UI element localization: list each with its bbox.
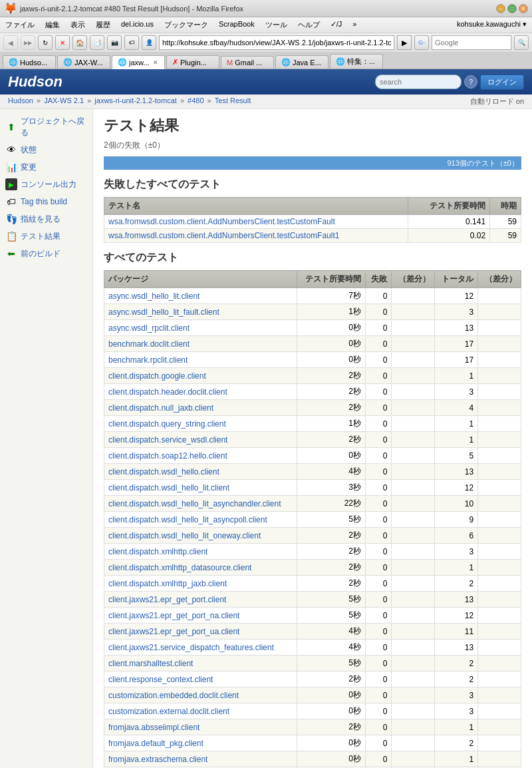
menu-checkmark[interactable]: ✓/J (328, 19, 345, 31)
pkg-link[interactable]: client.dispatch.soap12.hello.client (108, 451, 227, 461)
pkg-link[interactable]: client.dispatch.xmlhttp_datasource.clien… (108, 563, 251, 572)
subtitle: 2個の失敗（±0） (104, 140, 521, 151)
tab-label: Gmail ... (235, 59, 262, 67)
forward-button[interactable]: ▶▶ (21, 35, 35, 50)
pkg-tdiff (478, 400, 521, 416)
pkg-link[interactable]: client.dispatch.xmlhttp.client (108, 547, 207, 556)
tag-button[interactable]: 🏷 (124, 35, 139, 50)
help-button[interactable]: ? (464, 75, 477, 89)
menu-delicious[interactable]: del.icio.us (118, 19, 156, 31)
pkg-tdiff (478, 672, 521, 687)
search-go-button[interactable]: 🔍 (514, 35, 529, 50)
test-link[interactable]: wsa.fromwsdl.custom.client.AddNumbersCli… (108, 217, 335, 226)
pkg-link[interactable]: fromjava.absseiimpl.client (108, 723, 200, 732)
pkg-link[interactable]: customization.external.doclit.client (108, 707, 229, 716)
content-area: テスト結果 2個の失敗（±0） 913個のテスト（±0） 失敗したすべてのテスト… (93, 109, 532, 768)
pkg-link[interactable]: client.dispatch.header.doclit.client (108, 387, 227, 397)
tab-tokusei[interactable]: 🌐 特集：... (330, 54, 383, 69)
tab-close-icon[interactable]: ✕ (153, 59, 158, 66)
close-button[interactable]: ✕ (519, 4, 528, 13)
stop-button[interactable]: ✕ (55, 35, 70, 50)
sidebar-item-back[interactable]: ⬆ プロジェクトへ戻る (0, 113, 92, 141)
pkg-link[interactable]: client.dispatch.wsdl_hello_lit.client (108, 483, 229, 492)
back-button[interactable]: ◀ (3, 35, 18, 50)
minimize-button[interactable]: – (496, 4, 505, 13)
sidebar-link-fingerprint[interactable]: 指紋を見る (21, 214, 61, 225)
breadcrumb-unit[interactable]: jaxws-ri-unit-2.1.2-tomcat (94, 96, 176, 104)
reload-button[interactable]: ↻ (38, 35, 53, 50)
pkg-link[interactable]: client.jaxws21.epr_get_port_ua.client (108, 627, 239, 636)
menu-scrapbook[interactable]: ScrapBook (216, 19, 257, 31)
tab-gmail[interactable]: M Gmail ... (221, 56, 274, 69)
breadcrumb-jaxws[interactable]: JAX-WS 2.1 (44, 96, 84, 104)
breadcrumb-hudson[interactable]: Hudson (8, 96, 33, 104)
pkg-link[interactable]: customization.embedded.doclit.client (108, 691, 239, 700)
sidebar-link-back[interactable]: プロジェクトへ戻る (21, 116, 87, 138)
tab-jaxws[interactable]: 🌐 JAX-W... (57, 55, 110, 69)
sidebar-link-changes[interactable]: 変更 (21, 162, 37, 173)
pkg-link[interactable]: client.jaxws21.service_dispatch_features… (108, 643, 274, 652)
breadcrumb-build[interactable]: #480 (188, 96, 203, 104)
sidebar-link-testresult[interactable]: テスト結果 (21, 231, 61, 242)
menu-edit[interactable]: 編集 (43, 19, 63, 31)
pkg-link[interactable]: client.jaxws21.epr_get_port_na.client (108, 611, 239, 620)
pkg-link[interactable]: client.dispatch.wsdl_hello.client (108, 467, 219, 477)
tab-label: jaxw... (129, 59, 150, 67)
pkg-link[interactable]: client.dispatch.null_jaxb.client (108, 403, 213, 413)
pkg-link[interactable]: client.dispatch.service_wsdl.client (108, 435, 227, 445)
tab-java[interactable]: 🌐 Java E... (275, 55, 329, 69)
search-input[interactable] (432, 35, 511, 50)
pkg-link[interactable]: async.wsdl_hello_lit.client (108, 291, 200, 301)
screenshot-button[interactable]: 📷 (107, 35, 122, 50)
test-link[interactable]: wsa.fromwsdl.custom.client.AddNumbersCli… (108, 231, 339, 240)
sidebar-item-testresult[interactable]: 📋 テスト結果 (0, 228, 92, 245)
sidebar-item-status[interactable]: 👁 状態 (0, 141, 92, 158)
pkg-link[interactable]: client.dispatch.wsdl_hello_lit_asyncpoll… (108, 515, 267, 524)
pkg-link[interactable]: fromjava.extraschema.client (108, 755, 207, 764)
user-menu[interactable]: kohsuke.kawaguchi ▾ (454, 19, 529, 31)
go-button[interactable]: ▶ (397, 35, 412, 50)
menu-bookmarks[interactable]: ブックマーク (162, 19, 211, 31)
menu-tools[interactable]: ツール (263, 19, 290, 31)
sidebar-link-tagbuild[interactable]: Tag this build (21, 197, 67, 206)
tab-jaxw-active[interactable]: 🌐 jaxw... ✕ (112, 55, 165, 69)
pkg-link[interactable]: async.wsdl_hello_lit_fault.client (108, 307, 219, 317)
pkg-link[interactable]: fromjava.default_pkg.client (108, 739, 203, 748)
login-button[interactable]: ログイン (480, 75, 524, 90)
pkg-link[interactable]: client.dispatch.query_string.client (108, 419, 226, 429)
pkg-tdiff (478, 544, 521, 560)
pkg-link[interactable]: client.marshalltest.client (108, 659, 193, 668)
sidebar-item-console[interactable]: ▶ コンソール出力 (0, 176, 92, 193)
menu-more[interactable]: » (350, 19, 359, 31)
tab-hudson[interactable]: 🌐 Hudso... (3, 55, 56, 69)
sidebar-link-status[interactable]: 状態 (21, 144, 37, 156)
pkg-link[interactable]: benchmark.rpclit.client (108, 355, 188, 365)
sidebar-link-console[interactable]: コンソール出力 (21, 179, 76, 190)
pkg-link[interactable]: client.jaxws21.epr_get_port.client (108, 595, 226, 604)
breadcrumb-testresult[interactable]: Test Result (215, 96, 251, 104)
pkg-link[interactable]: client.dispatch.wsdl_hello_lit_asynchand… (108, 499, 281, 508)
address-bar[interactable] (159, 35, 394, 50)
pkg-link[interactable]: benchmark.doclit.client (108, 339, 190, 349)
tab-plugin[interactable]: ✗ Plugin... (166, 55, 219, 69)
pkg-fdiff (392, 288, 435, 304)
sidebar-item-tagbuild[interactable]: 🏷 Tag this build (0, 193, 92, 210)
hudson-search-input[interactable] (375, 75, 462, 89)
pkg-link[interactable]: client.dispatch.google.client (108, 371, 206, 381)
bookmark-button[interactable]: 📑 (90, 35, 104, 50)
pkg-link[interactable]: client.dispatch.xmlhttp_jaxb.client (108, 579, 227, 588)
sidebar-item-fingerprint[interactable]: 👣 指紋を見る (0, 210, 92, 228)
sidebar-item-changes[interactable]: 📊 変更 (0, 158, 92, 176)
pkg-link[interactable]: async.wsdl_rpclit.client (108, 323, 190, 333)
pkg-link[interactable]: client.response_context.client (108, 675, 213, 684)
home-button[interactable]: 🏠 (72, 35, 87, 50)
menu-view[interactable]: 表示 (68, 19, 88, 31)
pkg-link[interactable]: client.dispatch.wsdl_hello_lit_oneway.cl… (108, 531, 261, 540)
menu-help[interactable]: ヘルプ (295, 19, 323, 31)
sidebar-link-prevbuild[interactable]: 前のビルド (21, 248, 61, 260)
page-title: テスト結果 (104, 116, 521, 136)
menu-history[interactable]: 履歴 (93, 19, 113, 31)
sidebar-item-prevbuild[interactable]: ⬅ 前のビルド (0, 245, 92, 262)
menu-file[interactable]: ファイル (3, 19, 37, 31)
maximize-button[interactable]: □ (507, 4, 517, 13)
